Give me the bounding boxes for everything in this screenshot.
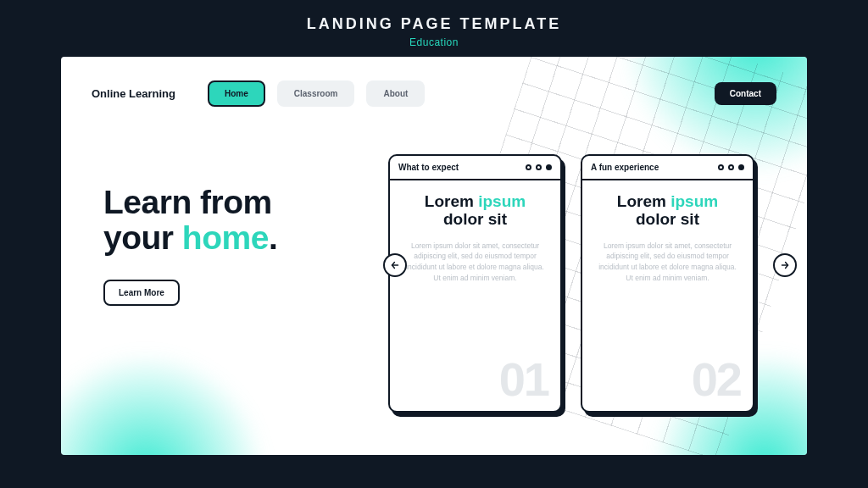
window-dot-icon (738, 164, 744, 170)
nav-home-button[interactable]: Home (208, 80, 265, 107)
card-body: Lorem ipsum dolor sit Lorem ipsum dolor … (582, 180, 753, 405)
window-controls-icon (718, 164, 744, 170)
carousel-prev-button[interactable] (383, 253, 407, 277)
landing-canvas: Online Learning Home Classroom About Con… (61, 57, 807, 455)
headline-dot: . (269, 219, 277, 256)
card-titlebar-label: A fun experience (591, 163, 659, 172)
headline: Learn from your home. (103, 185, 375, 256)
window-dot-icon (718, 164, 724, 170)
feature-card: What to expect Lorem ipsum dolor sit Lor… (388, 154, 562, 413)
page-subtitle: Education (307, 36, 561, 48)
headline-line1: Learn from (103, 184, 272, 220)
card-heading-accent: ipsum (670, 192, 718, 210)
window-controls-icon (526, 164, 552, 170)
card-number: 01 (499, 356, 548, 403)
card-heading: Lorem ipsum dolor sit (403, 192, 547, 229)
page-title: LANDING PAGE TEMPLATE (307, 15, 561, 33)
feature-card: A fun experience Lorem ipsum dolor sit L… (581, 154, 754, 413)
card-number: 02 (692, 356, 741, 403)
card-description: Lorem ipsum dolor sit amet, consectetur … (403, 241, 547, 284)
brand-logo: Online Learning (92, 87, 175, 100)
window-dot-icon (536, 164, 542, 170)
card-heading-accent: ipsum (478, 192, 526, 210)
card-titlebar: What to expect (390, 156, 560, 180)
card-heading-c: dolor sit (636, 210, 699, 228)
card-heading-a: Lorem (425, 192, 478, 210)
card-heading-a: Lorem (617, 192, 670, 210)
hero-copy: Learn from your home. Learn More (103, 154, 375, 306)
card-heading-c: dolor sit (443, 210, 507, 228)
card-titlebar: A fun experience (582, 156, 753, 180)
nav-about-button[interactable]: About (366, 80, 425, 107)
window-dot-icon (526, 164, 531, 170)
top-nav: Online Learning Home Classroom About Con… (61, 57, 807, 107)
learn-more-button[interactable]: Learn More (103, 280, 180, 306)
card-body: Lorem ipsum dolor sit Lorem ipsum dolor … (390, 180, 560, 405)
cards-carousel: What to expect Lorem ipsum dolor sit Lor… (388, 154, 776, 413)
contact-button[interactable]: Contact (715, 82, 776, 105)
card-heading: Lorem ipsum dolor sit (596, 192, 739, 229)
arrow-left-icon (389, 259, 401, 271)
nav-classroom-button[interactable]: Classroom (277, 80, 355, 107)
card-description: Lorem ipsum dolor sit amet, consectetur … (596, 241, 739, 284)
carousel-next-button[interactable] (773, 253, 797, 277)
window-dot-icon (546, 164, 552, 170)
arrow-right-icon (779, 259, 791, 271)
headline-accent: home (182, 219, 269, 256)
headline-line2a: your (103, 219, 182, 256)
hero-section: Learn from your home. Learn More What to… (61, 107, 807, 413)
card-titlebar-label: What to expect (398, 163, 459, 172)
window-dot-icon (728, 164, 734, 170)
page-meta: LANDING PAGE TEMPLATE Education (307, 0, 561, 57)
